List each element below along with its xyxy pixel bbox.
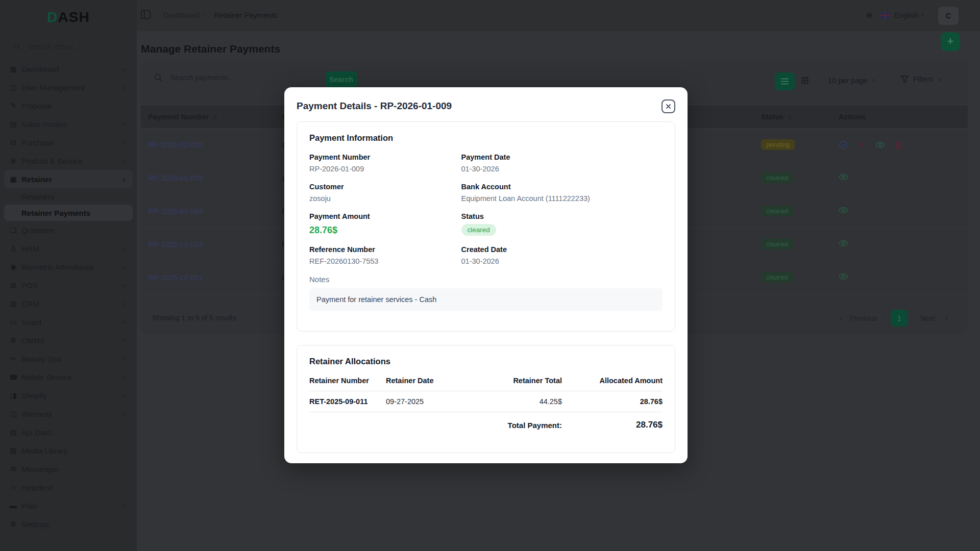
chevron-down-icon: ∨ [122,393,126,398]
retainer-allocations-card: Retainer Allocations Retainer Number Ret… [297,345,675,453]
sidebar-item-cmms[interactable]: ⚙ CMMS ∨ [4,331,133,349]
sidebar-item-quotation[interactable]: ❏ Quotation [4,221,133,239]
sidebar-item-api-docs[interactable]: ▤ Api Docs [4,423,133,441]
reject-icon[interactable] [857,141,866,149]
funnel-icon [901,76,909,83]
sidebar-item-messenger[interactable]: ✉ Messenger [4,460,133,478]
sidebar-search-input[interactable] [27,41,108,51]
retainer-total-cell: 44.25$ [465,397,562,406]
retainer-allocations-heading: Retainer Allocations [309,357,663,366]
status-badge: cleared [761,272,793,283]
next-button[interactable]: Next [920,314,935,322]
sidebar-item-crm[interactable]: ▥ CRM ∨ [4,294,133,313]
sidebar-nav: ▦ Dashboard ∨ ◫ User Management ∨ ✎ Prop… [0,60,137,533]
sidebar-item-warranty[interactable]: ◫ Warranty ∨ [4,405,133,423]
globe-icon[interactable]: ⊕ [866,10,872,20]
vcard-icon: ▭ [9,318,17,326]
page-1-button[interactable]: 1 [891,310,908,327]
field-created-date: Created Date 01-30-2026 [461,245,663,265]
col-retainer-total: Retainer Total [465,377,562,385]
modal-title: Payment Details - RP-2026-01-009 [297,99,452,112]
sidebar-item-mobile-service[interactable]: ☎ Mobile Service ∨ [4,368,133,386]
allocations-header-row: Retainer Number Retainer Date Retainer T… [309,377,663,391]
payment-number-link[interactable]: RP-2026-01-009 [148,174,203,182]
user-avatar[interactable]: C [938,7,959,25]
sidebar-item-retainers[interactable]: Retainers [4,188,133,205]
grid-view-button[interactable]: ⊞ [801,74,809,86]
sidebar-item-settings[interactable]: ⚙ Settings [4,515,133,533]
total-payment-label: Total Payment: [465,421,562,430]
allocations-total-row: Total Payment: 28.76$ [309,412,663,430]
payment-information-grid: Payment Number RP-2026-01-009 Payment Da… [309,153,663,265]
search-button[interactable]: Search [325,71,357,88]
field-bank-account: Bank Account Equipment Loan Account (111… [461,183,663,203]
sidebar-item-pos[interactable]: ⊞ POS ∨ [4,276,133,294]
sidebar-item-product-service[interactable]: ≣ Product & Service ∨ [4,152,133,170]
logo-rest: ASH [58,9,90,25]
add-payment-button[interactable]: + [941,32,960,51]
invoice-icon: ▤ [9,120,17,128]
close-button[interactable] [662,99,675,113]
language-selector[interactable]: English [894,11,919,19]
uk-flag-icon[interactable] [880,12,890,19]
view-icon[interactable] [839,240,848,247]
col-status[interactable]: Status⇅ [761,113,792,121]
chevron-down-icon: ∨ [122,338,126,343]
payment-information-heading: Payment Information [309,133,663,143]
col-payment-number[interactable]: Payment Number⇅ [148,113,217,121]
sidebar-item-purchase[interactable]: ⊟ Purchase ∨ [4,133,133,152]
payment-details-modal: Payment Details - RP-2026-01-009 Payment… [284,87,688,463]
breadcrumb-dashboard[interactable]: Dashboard [163,11,200,19]
sort-icon: ⇅ [212,114,217,121]
status-badge: cleared [761,239,793,249]
payment-number-link[interactable]: RP-2026-01-004 [148,207,203,215]
book-icon: ◫ [9,410,17,418]
view-icon[interactable] [839,173,848,181]
view-icon[interactable] [839,207,848,214]
sidebar-item-retainer[interactable]: ▣ Retainer ∧ [4,170,133,188]
breadcrumb-separator: › [204,11,206,19]
view-icon[interactable] [839,273,848,280]
sidebar-item-plan[interactable]: ▬ Plan ∨ [4,496,133,515]
phone-icon: ☎ [9,373,17,381]
chevron-down-icon: ∨ [872,78,875,83]
sidebar-item-sales-invoice[interactable]: ▤ Sales Invoice ∨ [4,115,133,133]
sidebar: DASH ▦ Dashboard ∨ ◫ User Management ∨ ✎… [0,0,137,551]
sidebar-item-dashboard[interactable]: ▦ Dashboard ∨ [4,60,133,78]
chevron-down-icon: ∨ [122,158,126,164]
search-icon [13,42,21,50]
next-arrow-icon[interactable]: › [945,314,948,322]
approve-icon[interactable] [839,140,848,149]
chevron-down-icon: ∨ [122,301,126,307]
sidebar-item-proposal[interactable]: ✎ Proposal [4,96,133,115]
retainer-icon: ▣ [9,175,17,183]
list-view-button[interactable] [775,72,795,90]
sidebar-item-media-library[interactable]: ▧ Media Library [4,441,133,460]
payments-search-input[interactable] [169,73,297,82]
field-reference-number: Reference Number REF-20260130-7553 [309,245,461,265]
sidebar-item-vcard[interactable]: ▭ Vcard ∨ [4,313,133,331]
sidebar-item-retainer-payments[interactable]: Retainer Payments [4,205,133,221]
per-page-select[interactable]: 10 per page [828,77,867,85]
sidebar-item-user-management[interactable]: ◫ User Management ∨ [4,78,133,96]
view-icon[interactable] [875,141,885,148]
sidebar-toggle-icon[interactable] [141,10,151,21]
sidebar-item-biometric-attendance[interactable]: ◉ Biometric Attendance ∨ [4,258,133,276]
gear-icon: ⚙ [9,520,17,528]
previous-arrow-icon[interactable]: ‹ [840,314,842,322]
layers-icon: ≣ [9,157,17,165]
sidebar-item-shopify[interactable]: ◨ Shopify ∨ [4,386,133,405]
filters-button[interactable]: Filters ∨ [901,75,942,83]
sidebar-item-helpdesk[interactable]: ∩ Helpdesk [4,478,133,496]
sidebar-item-beauty-spa[interactable]: ✂ Beauty Spa ∨ [4,349,133,368]
payment-number-link[interactable]: RP-2026-02-010 [148,141,203,149]
previous-button[interactable]: Previous [849,314,877,322]
payment-number-link[interactable]: RP-2025-12-001 [148,273,203,282]
field-payment-number: Payment Number RP-2026-01-009 [309,153,461,173]
chevron-down-icon: ∨ [122,374,126,380]
chat-icon: ✉ [9,465,17,473]
col-actions: Actions [839,113,866,121]
sidebar-item-hrm[interactable]: ♙ HRM ∨ [4,239,133,258]
payment-number-link[interactable]: RP-2025-12-003 [148,240,203,248]
delete-icon[interactable] [895,141,902,149]
